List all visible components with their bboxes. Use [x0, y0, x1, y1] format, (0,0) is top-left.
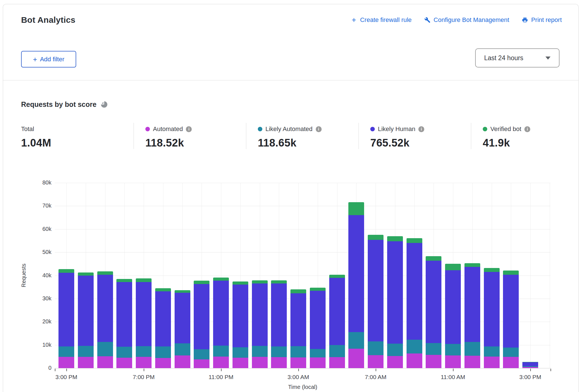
bar-segment-likely-human[interactable] [484, 272, 500, 346]
bar-segment-likely-human[interactable] [233, 285, 248, 347]
bar-segment-verified-bot[interactable] [407, 238, 422, 243]
bar-segment-automated[interactable] [97, 356, 113, 368]
bar-segment-verified-bot[interactable] [368, 235, 384, 240]
bar-segment-automated[interactable] [155, 358, 171, 368]
bar-segment-automated[interactable] [136, 357, 152, 368]
bar-segment-likely-automated[interactable] [233, 347, 248, 358]
bar-segment-likely-human[interactable] [194, 284, 209, 349]
bar-segment-likely-human[interactable] [387, 241, 403, 344]
bar-segment-verified-bot[interactable] [252, 280, 268, 284]
bar-segment-automated[interactable] [445, 355, 461, 368]
bar-segment-likely-automated[interactable] [464, 342, 480, 356]
bar-segment-likely-automated[interactable] [175, 343, 190, 355]
bar-segment-likely-automated[interactable] [503, 348, 519, 357]
bar-segment-automated[interactable] [464, 356, 480, 368]
bar-segment-verified-bot[interactable] [503, 271, 519, 275]
bar-segment-likely-automated[interactable] [252, 346, 268, 357]
bar-segment-verified-bot[interactable] [136, 278, 152, 282]
bar-segment-likely-human[interactable] [213, 281, 229, 346]
bar-segment-likely-human[interactable] [175, 293, 190, 343]
bar-segment-likely-automated[interactable] [368, 341, 384, 355]
bar-segment-likely-human[interactable] [445, 270, 461, 344]
bar-segment-verified-bot[interactable] [290, 289, 306, 293]
bar-segment-likely-automated[interactable] [310, 349, 326, 357]
bar-segment-verified-bot[interactable] [271, 280, 287, 284]
bar-segment-likely-automated[interactable] [348, 332, 364, 348]
bar-segment-likely-automated[interactable] [213, 346, 229, 357]
bar-segment-likely-automated[interactable] [97, 342, 113, 356]
bar-segment-automated[interactable] [233, 358, 248, 368]
bar-segment-verified-bot[interactable] [484, 268, 500, 272]
bar-segment-automated[interactable] [329, 357, 345, 368]
bar-segment-likely-human[interactable] [290, 293, 306, 346]
bar-segment-likely-automated[interactable] [136, 346, 152, 357]
bar-segment-likely-human[interactable] [329, 278, 345, 345]
bar-segment-automated[interactable] [522, 367, 538, 368]
bar-segment-likely-human[interactable] [522, 362, 538, 366]
bar-segment-verified-bot[interactable] [426, 256, 441, 261]
bar-segment-automated[interactable] [271, 357, 287, 368]
bar-segment-automated[interactable] [194, 359, 209, 368]
bar-segment-verified-bot[interactable] [175, 290, 190, 293]
bar-segment-verified-bot[interactable] [464, 263, 480, 267]
bar-segment-likely-automated[interactable] [155, 346, 171, 358]
bar-segment-automated[interactable] [213, 357, 229, 368]
bar-segment-likely-human[interactable] [426, 261, 441, 343]
bar-segment-likely-automated[interactable] [387, 344, 403, 356]
bar-segment-likely-human[interactable] [116, 282, 132, 347]
bar-segment-likely-automated[interactable] [484, 346, 500, 357]
bar-segment-automated[interactable] [368, 355, 384, 368]
bar-segment-verified-bot[interactable] [213, 278, 229, 281]
bar-segment-verified-bot[interactable] [155, 288, 171, 292]
bar-segment-verified-bot[interactable] [116, 279, 132, 282]
bar-segment-verified-bot[interactable] [522, 362, 538, 362]
bar-segment-likely-human[interactable] [155, 291, 171, 346]
bar-segment-likely-human[interactable] [97, 275, 113, 342]
bar-segment-automated[interactable] [484, 357, 500, 368]
bar-segment-likely-automated[interactable] [290, 346, 306, 357]
bar-segment-automated[interactable] [175, 355, 190, 368]
bar-segment-likely-automated[interactable] [58, 346, 74, 357]
bar-segment-likely-automated[interactable] [426, 343, 441, 355]
bar-segment-automated[interactable] [58, 357, 74, 368]
bar-segment-automated[interactable] [290, 357, 306, 368]
bar-segment-likely-automated[interactable] [407, 340, 422, 353]
bar-segment-verified-bot[interactable] [78, 272, 94, 276]
bar-segment-verified-bot[interactable] [445, 264, 461, 270]
bar-segment-verified-bot[interactable] [348, 202, 364, 215]
bar-segment-verified-bot[interactable] [194, 281, 209, 284]
bar-segment-automated[interactable] [426, 355, 441, 368]
bar-segment-automated[interactable] [348, 349, 364, 368]
bar-segment-likely-automated[interactable] [329, 345, 345, 357]
bar-segment-likely-automated[interactable] [522, 366, 538, 367]
bar-segment-likely-automated[interactable] [194, 349, 209, 359]
bar-segment-verified-bot[interactable] [58, 269, 74, 272]
bar-segment-automated[interactable] [407, 353, 422, 368]
bar-segment-likely-automated[interactable] [116, 347, 132, 358]
bar-segment-likely-human[interactable] [310, 291, 326, 349]
bar-segment-likely-automated[interactable] [78, 346, 94, 357]
bar-segment-likely-human[interactable] [78, 276, 94, 346]
bar-segment-automated[interactable] [252, 357, 268, 368]
bar-segment-automated[interactable] [387, 356, 403, 368]
bar-segment-verified-bot[interactable] [387, 236, 403, 241]
bar-segment-likely-human[interactable] [464, 267, 480, 342]
bar-segment-automated[interactable] [78, 357, 94, 368]
bar-segment-likely-human[interactable] [348, 215, 364, 332]
bar-segment-likely-human[interactable] [368, 240, 384, 341]
bar-segment-likely-automated[interactable] [271, 346, 287, 357]
bar-segment-likely-human[interactable] [407, 243, 422, 340]
bar-segment-likely-human[interactable] [136, 282, 152, 346]
bar-segment-verified-bot[interactable] [310, 288, 326, 291]
bar-segment-automated[interactable] [116, 358, 132, 368]
bar-segment-verified-bot[interactable] [233, 281, 248, 285]
bar-segment-likely-human[interactable] [271, 283, 287, 346]
bar-segment-likely-human[interactable] [58, 273, 74, 346]
bar-segment-likely-human[interactable] [252, 283, 268, 346]
bar-segment-verified-bot[interactable] [97, 271, 113, 275]
bar-segment-likely-human[interactable] [503, 275, 519, 348]
bar-segment-likely-automated[interactable] [445, 344, 461, 355]
bar-segment-verified-bot[interactable] [329, 275, 345, 278]
bar-segment-automated[interactable] [503, 357, 519, 368]
bar-segment-automated[interactable] [310, 357, 326, 368]
